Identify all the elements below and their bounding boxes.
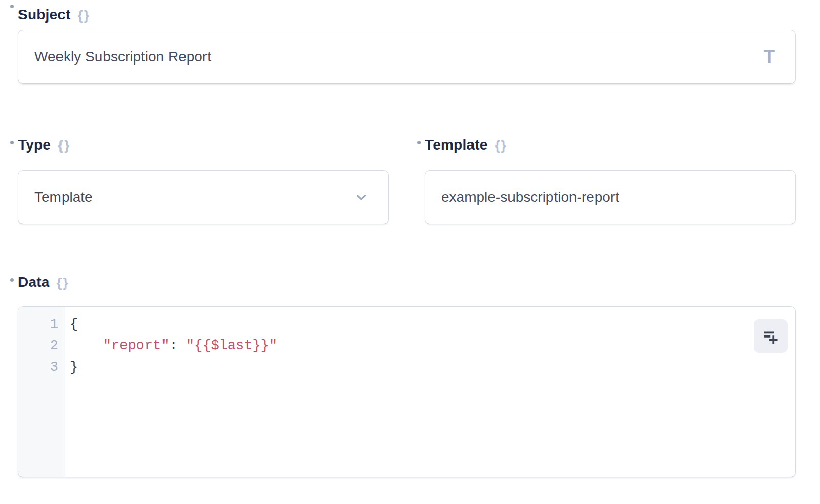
type-template-row: Type {} Template Template {} bbox=[18, 136, 796, 224]
template-label-row: Template {} bbox=[425, 136, 796, 154]
data-code-editor[interactable]: 1 2 3 { "report": "{{$last}}" } bbox=[18, 306, 796, 477]
expression-braces-icon[interactable]: {} bbox=[495, 137, 507, 154]
code-line: { bbox=[70, 313, 277, 335]
data-label-row: Data {} bbox=[18, 274, 796, 291]
code-line: } bbox=[70, 356, 277, 378]
template-column: Template {} bbox=[425, 136, 796, 224]
email-config-form: Subject {} T Type {} Template Template bbox=[18, 0, 796, 477]
code-token: { bbox=[70, 317, 78, 332]
template-field bbox=[425, 170, 796, 224]
type-column: Type {} Template bbox=[18, 136, 389, 224]
required-dot-icon bbox=[10, 141, 14, 144]
subject-label: Subject bbox=[18, 7, 71, 23]
line-number-gutter: 1 2 3 bbox=[18, 307, 65, 477]
playlist-add-icon bbox=[762, 327, 780, 345]
template-input[interactable] bbox=[425, 171, 795, 224]
code-token: "report" bbox=[103, 338, 170, 353]
subject-field: T bbox=[18, 30, 796, 84]
text-mode-icon[interactable]: T bbox=[763, 46, 775, 68]
subject-label-row: Subject {} bbox=[18, 0, 796, 17]
type-label: Type bbox=[18, 137, 51, 153]
subject-input[interactable] bbox=[18, 30, 795, 83]
line-number: 3 bbox=[18, 356, 65, 378]
required-dot-icon bbox=[10, 278, 14, 282]
required-dot-icon bbox=[417, 141, 421, 144]
type-label-row: Type {} bbox=[18, 136, 389, 154]
code-token: : bbox=[169, 338, 177, 353]
code-token bbox=[178, 338, 186, 353]
expression-braces-icon[interactable]: {} bbox=[58, 137, 70, 154]
code-content: { "report": "{{$last}}" } bbox=[65, 307, 277, 477]
code-token bbox=[70, 338, 103, 353]
required-dot-icon bbox=[10, 5, 14, 8]
line-number: 1 bbox=[18, 313, 65, 335]
code-line: "report": "{{$last}}" bbox=[70, 335, 277, 356]
insert-data-button[interactable] bbox=[754, 319, 788, 353]
type-select[interactable]: Template bbox=[18, 170, 389, 224]
type-select-value: Template bbox=[18, 189, 93, 205]
line-number: 2 bbox=[18, 335, 65, 356]
template-label: Template bbox=[425, 137, 487, 153]
expression-braces-icon[interactable]: {} bbox=[57, 274, 69, 291]
chevron-down-icon bbox=[354, 190, 369, 205]
data-label: Data bbox=[18, 274, 50, 290]
code-token: } bbox=[70, 360, 78, 375]
expression-braces-icon[interactable]: {} bbox=[78, 7, 90, 24]
code-token: "{{$last}}" bbox=[186, 338, 277, 353]
